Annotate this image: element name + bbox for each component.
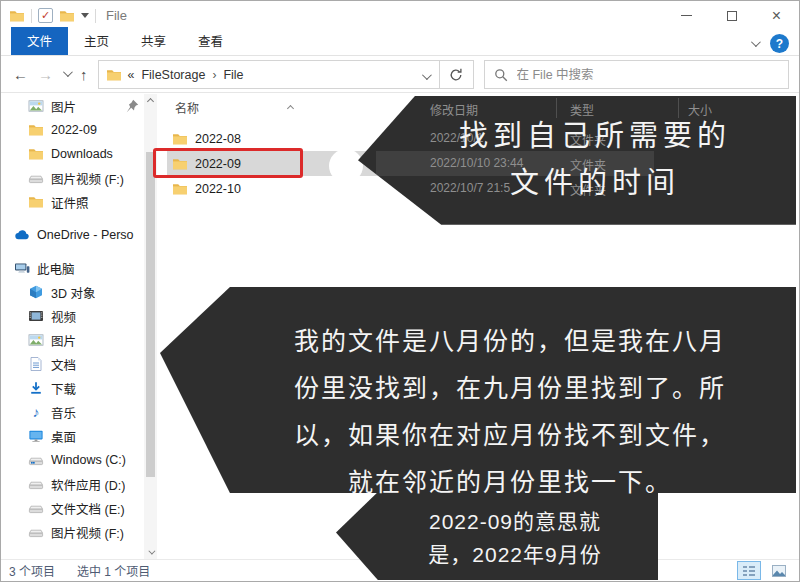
sidebar-item-label: 软件应用 (D:) <box>51 475 125 494</box>
search-input[interactable] <box>517 68 789 82</box>
checkbox-icon[interactable]: ✓ <box>38 8 53 23</box>
desktop-icon <box>28 428 44 444</box>
sidebar-item-label: 图片视频 (F:) <box>51 523 124 542</box>
collapse-ribbon-icon[interactable] <box>751 37 761 47</box>
drive-icon <box>28 170 44 186</box>
thumbnail-view-button[interactable] <box>767 561 791 580</box>
tab-share[interactable]: 共享 <box>125 27 182 55</box>
sidebar-item-pictures[interactable]: 图片 <box>1 328 144 352</box>
breadcrumb-separator-icon: › <box>212 68 216 82</box>
breadcrumb-segment[interactable]: File <box>223 68 243 82</box>
back-icon[interactable]: ← <box>13 66 28 83</box>
windows-drive-icon <box>28 452 44 468</box>
forward-icon[interactable]: → <box>38 66 53 83</box>
sidebar-item-label: 音乐 <box>51 403 76 422</box>
folder-icon <box>172 131 188 147</box>
folder-icon[interactable] <box>59 8 75 24</box>
sort-ascending-icon[interactable] <box>288 97 293 115</box>
explorer-window: ✓ File × 文件主页共享查看 ? ← → ↑ « <box>0 0 800 582</box>
recent-locations-icon[interactable] <box>63 67 73 77</box>
sidebar-item-label: 证件照 <box>51 193 89 212</box>
cube-icon <box>28 284 44 300</box>
help-icon[interactable]: ? <box>770 34 789 53</box>
tab-view[interactable]: 查看 <box>182 27 239 55</box>
navigation-pane: 图片2022-09Downloads图片视频 (F:)证件照OneDrive -… <box>1 94 144 559</box>
sidebar-item-this-pc[interactable]: 此电脑 <box>1 256 144 280</box>
folder-icon <box>28 194 44 210</box>
scrollbar-thumb[interactable] <box>146 152 155 477</box>
sidebar-item-drive-d[interactable]: 软件应用 (D:) <box>1 472 144 496</box>
folder-icon <box>28 146 44 162</box>
annotation-callout-middle <box>160 287 796 493</box>
sidebar-item-label: 3D 对象 <box>51 283 95 302</box>
sidebar-item-music[interactable]: ♪音乐 <box>1 400 144 424</box>
sidebar-item-drive-c[interactable]: Windows (C:) <box>1 448 144 472</box>
sidebar-item-label: 文档 <box>51 355 76 374</box>
sidebar-item-label: 此电脑 <box>37 259 75 278</box>
breadcrumb-overflow[interactable]: « <box>128 68 135 82</box>
sidebar-item-label: 2022-09 <box>51 123 97 137</box>
magnifier-icon <box>493 67 509 83</box>
file-row-2022-10[interactable]: 2022-10 <box>157 176 387 201</box>
sidebar-item-desktop[interactable]: 桌面 <box>1 424 144 448</box>
tab-home[interactable]: 主页 <box>68 27 125 55</box>
sidebar-item-drive-f[interactable]: 图片视频 (F:) <box>1 520 144 544</box>
drive-icon <box>28 476 44 492</box>
search-box[interactable] <box>484 60 790 89</box>
tab-file[interactable]: 文件 <box>11 27 68 55</box>
sidebar-item-documents[interactable]: 文档 <box>1 352 144 376</box>
sidebar-item-label: OneDrive - Perso <box>37 228 134 242</box>
sidebar-item-label: 图片 <box>51 97 76 116</box>
address-row: ← → ↑ « FileStorage › File <box>1 57 799 93</box>
maximize-icon <box>727 11 737 21</box>
folder-icon <box>28 122 44 138</box>
sidebar-item-quick-2022-09[interactable]: 2022-09 <box>1 118 144 142</box>
sidebar-item-3d-objects[interactable]: 3D 对象 <box>1 280 144 304</box>
annotation-callout-top <box>358 96 796 230</box>
breadcrumb-segment[interactable]: FileStorage <box>141 68 205 82</box>
details-view-button[interactable] <box>737 561 761 580</box>
download-icon <box>28 380 44 396</box>
sidebar-item-downloads[interactable]: 下载 <box>1 376 144 400</box>
sidebar-item-quick-pictures[interactable]: 图片 <box>1 94 144 118</box>
annotation-callout-bottom <box>336 492 658 580</box>
sidebar-item-quick-idphotos[interactable]: 证件照 <box>1 190 144 214</box>
scroll-down-icon[interactable] <box>144 545 157 559</box>
folder-icon <box>172 181 188 197</box>
address-bar[interactable]: « FileStorage › File <box>98 60 440 89</box>
pin-icon <box>124 98 140 114</box>
refresh-button[interactable] <box>440 60 474 89</box>
sidebar-item-onedrive[interactable]: OneDrive - Perso <box>1 223 144 247</box>
sidebar-item-label: 下载 <box>51 379 76 398</box>
scroll-up-icon[interactable] <box>144 94 157 108</box>
refresh-icon <box>448 67 464 83</box>
minimize-button[interactable] <box>664 1 709 30</box>
pictures-icon <box>28 332 44 348</box>
minimize-icon <box>681 15 692 16</box>
sidebar-item-quick-downloads[interactable]: Downloads <box>1 142 144 166</box>
sidebar-item-quick-drive-f[interactable]: 图片视频 (F:) <box>1 166 144 190</box>
drive-icon <box>28 500 44 516</box>
document-icon <box>28 356 44 372</box>
quick-access-dropdown-icon[interactable] <box>81 13 89 18</box>
column-header-name[interactable]: 名称 <box>175 99 199 116</box>
drive-icon <box>28 524 44 540</box>
sidebar-item-label: 桌面 <box>51 427 76 446</box>
address-dropdown-icon[interactable] <box>412 66 439 84</box>
folder-icon <box>106 67 122 83</box>
separator <box>95 9 96 23</box>
sidebar-item-label: 文件文档 (E:) <box>51 499 125 518</box>
selection-count: 选中 1 个项目 <box>77 562 150 579</box>
item-count: 3 个项目 <box>9 562 55 579</box>
title-bar: ✓ File × <box>1 1 799 30</box>
pc-icon <box>14 260 30 276</box>
sidebar-item-videos[interactable]: 视频 <box>1 304 144 328</box>
maximize-button[interactable] <box>709 1 754 30</box>
close-button[interactable]: × <box>754 1 799 30</box>
up-icon[interactable]: ↑ <box>80 66 88 83</box>
red-annotation-box <box>153 148 303 178</box>
separator <box>31 9 32 23</box>
ribbon-tab-bar: 文件主页共享查看 ? <box>1 30 799 56</box>
sidebar-item-drive-e[interactable]: 文件文档 (E:) <box>1 496 144 520</box>
sidebar-item-label: 视频 <box>51 307 76 326</box>
